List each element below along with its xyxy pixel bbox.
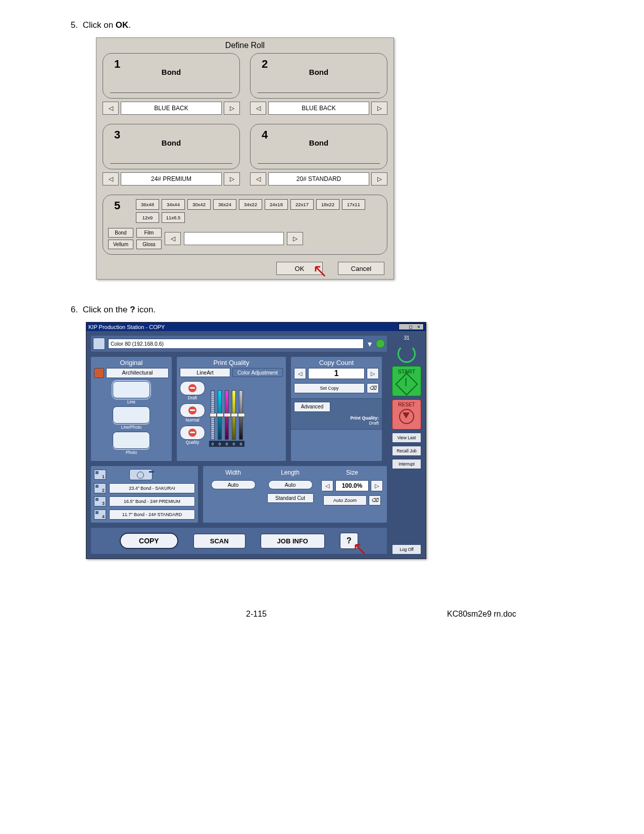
dimensions-panel: Width Auto Length Auto Standard Cut Size… [203,466,387,523]
jobinfo-button[interactable]: JOB INFO [261,534,325,548]
set-copy-button[interactable]: Set Copy [294,383,365,393]
prev-arrow[interactable]: ◁ [103,102,119,115]
width-auto[interactable]: Auto [211,480,256,489]
printer-address-input[interactable]: Color 80 (192.168.0.6) [108,339,364,349]
status-dot-icon [376,339,385,348]
prev-arrow[interactable]: ◁ [103,172,119,186]
size-option[interactable]: 17x11 [342,199,365,210]
original-type[interactable]: Architectural [106,368,169,378]
count-inc[interactable]: ▷ [367,368,379,379]
roll-icon[interactable]: 3 [94,496,106,506]
cancel-button[interactable]: Cancel [338,262,384,275]
prev-arrow[interactable]: ◁ [165,232,181,245]
dialog-title: Define Roll [96,38,393,50]
erase-icon[interactable]: ⌫ [367,383,379,393]
kip-app-window: KIP Production Station - COPY _ □ × Colo… [86,322,426,559]
advanced-button[interactable]: Advanced [294,402,330,412]
logoff-button[interactable]: Log Off [392,544,421,554]
roll-4-label[interactable]: 11.7" Bond - 24# STANDARD [109,509,195,520]
size-option[interactable]: 12x9 [136,212,159,223]
titlebar: KIP Production Station - COPY _ □ × [86,322,426,331]
roll-icon[interactable]: 2 [94,483,106,493]
scan-button[interactable]: SCAN [193,534,245,548]
erase-icon[interactable]: ⌫ [369,495,381,505]
size-option[interactable]: 30x42 [187,199,211,210]
quality-normal[interactable] [180,403,205,418]
standard-cut-button[interactable]: Standard Cut [267,493,314,503]
slot5-selection [184,232,284,245]
prev-arrow[interactable]: ◁ [250,172,266,186]
roll-icon[interactable]: 1 [94,470,106,480]
copy-button[interactable]: COPY [120,533,178,549]
next-arrow[interactable]: ▷ [371,102,387,115]
roll-4-selection: 20# STANDARD [268,172,369,186]
roll-slot-3[interactable]: 3 Bond [103,124,240,169]
material-option[interactable]: Bond [108,228,133,238]
next-arrow[interactable]: ▷ [224,172,240,186]
step-6: 6. Click on the ? icon. [71,305,588,315]
tab-color-adjustment[interactable]: Color Adjustment [232,368,283,377]
slider-yellow[interactable]: 0 [231,390,236,447]
size-option[interactable]: 36x48 [136,199,159,210]
slider-cyan[interactable]: 0 [217,390,222,447]
rolls-panel: 1 2 23.4" Bond - SAKURAI 3 16.5" Bond - … [90,466,199,523]
slider-magenta[interactable]: 0 [224,390,229,447]
page-footer: 2-115 KC80sm2e9 rn.doc [56,610,588,619]
print-quality-panel: Print Quality LineArt Color Adjustment D… [176,356,286,461]
side-panel: 31 START RESET View Last Recall Job Inte… [391,335,422,554]
roll-3-selection: 24# PREMIUM [121,172,222,186]
size-dec[interactable]: ◁ [321,480,333,491]
roll-3-label[interactable]: 16.5" Bond - 24# PREMIUM [109,496,195,506]
bottom-bar: COPY SCAN JOB INFO ? [90,527,387,554]
printer-icon[interactable] [93,338,105,350]
address-bar: Color 80 (192.168.0.6) ▾ [90,335,387,352]
next-arrow[interactable]: ▷ [287,232,303,245]
count-value: 1 [308,368,365,379]
material-option[interactable]: Vellum [108,240,133,249]
slider-black[interactable]: 0 [238,390,243,447]
roll-slot-1[interactable]: 1 Bond [103,53,240,99]
material-option[interactable]: Gloss [136,240,162,249]
size-option[interactable]: 24x18 [265,199,288,210]
help-button[interactable]: ? [340,533,358,549]
size-option[interactable]: 34x44 [162,199,185,210]
viewlast-button[interactable]: View Last [392,433,421,443]
reset-button[interactable]: RESET [392,399,421,430]
prev-arrow[interactable]: ◁ [250,102,266,115]
next-arrow[interactable]: ▷ [224,102,240,115]
interrupt-button[interactable]: Interrupt [392,459,421,469]
roll-2-label[interactable]: 23.4" Bond - SAKURAI [109,483,195,493]
size-option[interactable]: 18x22 [316,199,339,210]
spinner-icon [398,345,416,363]
length-auto[interactable]: Auto [268,480,313,489]
quality-draft[interactable] [180,381,205,395]
counter-badge: 31 [404,335,409,341]
define-roll-dialog: Define Roll 1 Bond ◁ BLUE BACK ▷ [96,37,394,280]
tab-lineart[interactable]: LineArt [180,368,230,377]
count-dec[interactable]: ◁ [294,368,306,379]
roll-icon[interactable]: 4 [94,509,106,520]
start-button[interactable]: START [392,366,421,396]
size-option[interactable]: 11x8.5 [162,212,185,223]
roll-slot-5: 5 36x48 34x44 30x42 36x24 34x22 24x18 22… [103,195,387,255]
roll-1-selection: BLUE BACK [121,102,222,115]
material-option[interactable]: Film [136,228,162,238]
next-arrow[interactable]: ▷ [371,172,387,186]
auto-zoom-button[interactable]: Auto Zoom [323,495,367,505]
size-inc[interactable]: ▷ [371,480,383,491]
thumb-linephoto[interactable] [113,406,150,424]
thumb-photo[interactable] [113,432,150,449]
color-icon[interactable] [94,368,104,378]
slider[interactable]: 0 [210,390,215,447]
roll-slot-2[interactable]: 2 Bond [250,53,387,99]
roll-slot-4[interactable]: 4 Bond [250,124,387,169]
size-option[interactable]: 22x17 [290,199,314,210]
camera-icon[interactable] [129,469,153,480]
ok-button[interactable]: OK [276,262,323,275]
window-controls-icon[interactable]: _ □ × [399,323,424,330]
size-option[interactable]: 36x24 [213,199,236,210]
size-option[interactable]: 34x22 [239,199,262,210]
recalljob-button[interactable]: Recall Job [392,446,421,456]
thumb-line[interactable] [113,381,150,398]
quality-quality[interactable] [180,426,205,440]
